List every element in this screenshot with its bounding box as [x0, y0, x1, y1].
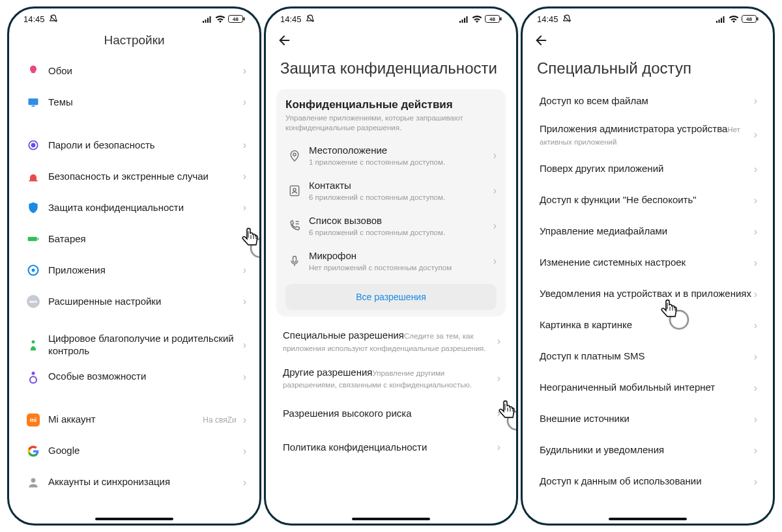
- row-label: Будильники и уведомления: [540, 444, 664, 455]
- home-indicator[interactable]: [352, 518, 430, 520]
- svg-rect-2: [207, 18, 209, 23]
- chevron-right-icon: ›: [497, 441, 500, 453]
- chevron-right-icon: ›: [754, 320, 757, 331]
- row-label: Внешние источники: [540, 413, 630, 424]
- all-permissions-button[interactable]: Все разрешения: [285, 284, 497, 310]
- svg-rect-13: [38, 238, 39, 240]
- chevron-right-icon: ›: [754, 288, 757, 300]
- page-title: Защита конфиденциальности: [266, 50, 516, 85]
- svg-rect-24: [467, 16, 468, 23]
- special-access-row[interactable]: Внешние источники›: [529, 404, 766, 435]
- battery-settings-icon: [27, 232, 40, 245]
- signal-icon: [716, 16, 726, 23]
- svg-rect-21: [459, 21, 461, 23]
- chevron-right-icon: ›: [239, 139, 246, 151]
- chevron-right-icon: ›: [239, 339, 246, 351]
- accessibility-icon: [27, 371, 40, 384]
- row-label: Неограниченный мобильный интернет: [540, 382, 715, 393]
- svg-rect-35: [721, 18, 722, 23]
- special-access-row[interactable]: Доступ к функции "Не беспокоить"›: [529, 185, 766, 216]
- perm-contacts[interactable]: Контакты6 приложений с постоянным доступ…: [285, 173, 497, 208]
- svg-point-30: [293, 188, 296, 191]
- row-privacy[interactable]: Защита конфиденциальности ›: [16, 192, 253, 223]
- perm-calllog[interactable]: Список вызовов6 приложений с постоянным …: [285, 208, 497, 244]
- special-access-row[interactable]: Доступ к данным об использовании›: [529, 466, 766, 497]
- row-sub: Нет приложений с постоянным доступом: [309, 263, 489, 272]
- perm-mic[interactable]: МикрофонНет приложений с постоянным дост…: [285, 244, 497, 279]
- row-label: Пароли и безопасность: [48, 139, 239, 152]
- row-label: Mi аккаунт: [48, 413, 203, 426]
- row-battery[interactable]: Батарея ›: [16, 223, 253, 255]
- status-time: 14:45: [23, 14, 45, 24]
- svg-rect-11: [29, 180, 37, 182]
- row-label: Доступ к данным об использовании: [540, 475, 702, 486]
- wifi-icon: [215, 15, 225, 23]
- row-other-perms[interactable]: Другие разрешенияУправление другими разр…: [272, 360, 510, 397]
- wifi-icon: [472, 15, 482, 23]
- row-google[interactable]: Google ›: [16, 436, 253, 467]
- dnd-icon: [49, 14, 58, 23]
- row-label: Уведомления на устройствах и в приложени…: [540, 288, 751, 299]
- dnd-icon: [306, 14, 315, 23]
- chevron-right-icon: ›: [239, 202, 246, 214]
- row-privacy-policy[interactable]: Политика конфиденциальности ›: [272, 430, 510, 464]
- back-button[interactable]: [266, 27, 516, 50]
- back-button[interactable]: [523, 27, 773, 50]
- svg-rect-7: [29, 98, 38, 105]
- row-wallpaper[interactable]: Обои ›: [16, 55, 253, 87]
- special-access-row[interactable]: Доступ ко всем файлам›: [529, 85, 766, 117]
- svg-point-19: [31, 478, 36, 483]
- row-sync[interactable]: Аккаунты и синхронизация ›: [16, 467, 253, 498]
- svg-point-16: [32, 340, 35, 343]
- special-access-row[interactable]: Неограниченный мобильный интернет›: [529, 372, 766, 404]
- chevron-right-icon: ›: [754, 257, 757, 269]
- row-themes[interactable]: Темы ›: [16, 87, 253, 118]
- chevron-right-icon: ›: [497, 408, 500, 419]
- row-security[interactable]: Пароли и безопасность ›: [16, 130, 253, 161]
- home-indicator[interactable]: [95, 518, 173, 520]
- special-access-row[interactable]: Картинка в картинке›: [529, 310, 766, 341]
- svg-rect-23: [464, 18, 465, 23]
- special-access-row[interactable]: Поверх других приложений›: [529, 154, 766, 185]
- more-icon: •••: [27, 295, 40, 308]
- svg-rect-8: [32, 105, 35, 107]
- svg-rect-38: [757, 18, 759, 21]
- chevron-right-icon: ›: [754, 382, 757, 394]
- special-access-row[interactable]: Будильники и уведомления›: [529, 435, 766, 466]
- status-bar: 14:45 48: [9, 8, 259, 27]
- svg-rect-5: [244, 18, 245, 21]
- signal-icon: [459, 16, 469, 23]
- special-access-row[interactable]: Изменение системных настроек›: [529, 247, 766, 279]
- home-indicator[interactable]: [609, 518, 687, 520]
- row-high-risk[interactable]: Разрешения высокого риска ›: [272, 397, 510, 430]
- row-special-perms[interactable]: Специальные разрешенияСледите за тем, ка…: [272, 323, 510, 360]
- sensitive-actions-card: Конфиденциальные действия Управление при…: [276, 89, 506, 316]
- special-access-row[interactable]: Уведомления на устройствах и в приложени…: [529, 279, 766, 310]
- special-access-list: Доступ ко всем файлам›Приложения админис…: [523, 85, 773, 524]
- perm-location[interactable]: Местоположение1 приложение с постоянным …: [285, 138, 497, 173]
- chevron-right-icon: ›: [239, 445, 246, 457]
- row-apps[interactable]: Приложения ›: [16, 255, 253, 286]
- special-access-row[interactable]: Доступ к платным SMS›: [529, 341, 766, 372]
- row-emergency[interactable]: Безопасность и экстренные случаи ›: [16, 161, 253, 192]
- special-access-row[interactable]: Приложения администратора устройстваНет …: [529, 117, 766, 154]
- row-label: Безопасность и экстренные случаи: [48, 171, 239, 183]
- chevron-right-icon: ›: [239, 264, 246, 276]
- svg-rect-0: [203, 21, 204, 23]
- row-label: Цифровое благополучие и родительский кон…: [48, 333, 239, 357]
- dnd-icon: [562, 14, 572, 23]
- row-advanced[interactable]: ••• Расширенные настройки ›: [16, 286, 253, 317]
- mi-icon: mi: [27, 413, 40, 427]
- phone-settings: 14:45 48 Настройки Обои › Темы › Пароли …: [7, 7, 261, 525]
- row-label: Расширенные настройки: [48, 296, 239, 308]
- row-label: Приложения: [48, 264, 239, 277]
- chevron-right-icon: ›: [239, 296, 246, 307]
- row-wellbeing[interactable]: Цифровое благополучие и родительский кон…: [16, 329, 253, 361]
- special-access-row[interactable]: Управление медиафайлами›: [529, 216, 766, 247]
- row-label: Микрофон: [309, 250, 489, 262]
- row-accessibility[interactable]: Особые возможности ›: [16, 361, 253, 393]
- svg-rect-3: [210, 16, 211, 23]
- mic-icon: [288, 255, 301, 268]
- svg-point-10: [32, 144, 35, 147]
- row-mi-account[interactable]: mi Mi аккаунт На свяZи ›: [16, 404, 253, 436]
